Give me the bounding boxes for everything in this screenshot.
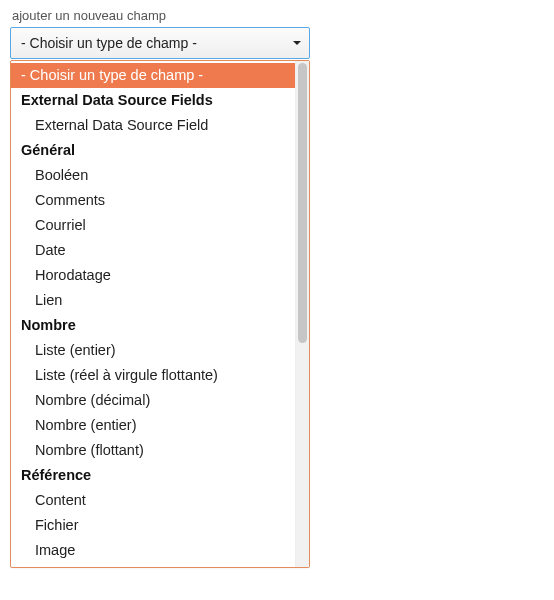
field-type-options-list: - Choisir un type de champ -External Dat… <box>11 61 295 567</box>
option-item[interactable]: Comments <box>11 188 295 213</box>
field-type-select-display[interactable]: - Choisir un type de champ - <box>10 27 310 59</box>
option-item[interactable]: Nombre (flottant) <box>11 438 295 463</box>
option-item[interactable]: Image <box>11 538 295 563</box>
field-type-dropdown[interactable]: - Choisir un type de champ -External Dat… <box>10 60 310 568</box>
optgroup-label: Référence <box>11 463 295 488</box>
option-item[interactable]: Date <box>11 238 295 263</box>
field-label-add-new-field: ajouter un nouveau champ <box>12 8 544 23</box>
option-item[interactable]: External Data Source Field <box>11 113 295 138</box>
dropdown-scrollbar-thumb[interactable] <box>298 63 307 343</box>
option-placeholder[interactable]: - Choisir un type de champ - <box>11 63 295 88</box>
optgroup-label: Général <box>11 138 295 163</box>
chevron-down-icon <box>291 37 303 49</box>
option-item[interactable]: Content <box>11 488 295 513</box>
option-item[interactable]: Nombre (décimal) <box>11 388 295 413</box>
option-item[interactable]: Lien <box>11 288 295 313</box>
option-item[interactable]: Liste (réel à virgule flottante) <box>11 363 295 388</box>
optgroup-label: Nombre <box>11 313 295 338</box>
optgroup-label: External Data Source Fields <box>11 88 295 113</box>
option-item[interactable]: Fichier <box>11 513 295 538</box>
option-item[interactable]: Horodatage <box>11 263 295 288</box>
field-type-selected-text: - Choisir un type de champ - <box>21 35 197 51</box>
field-type-select[interactable]: - Choisir un type de champ - - Choisir u… <box>10 27 310 59</box>
option-item[interactable]: Courriel <box>11 213 295 238</box>
dropdown-scrollbar[interactable] <box>295 61 309 567</box>
option-item[interactable]: Liste (entier) <box>11 338 295 363</box>
option-item[interactable]: Booléen <box>11 163 295 188</box>
option-item[interactable]: Nombre (entier) <box>11 413 295 438</box>
